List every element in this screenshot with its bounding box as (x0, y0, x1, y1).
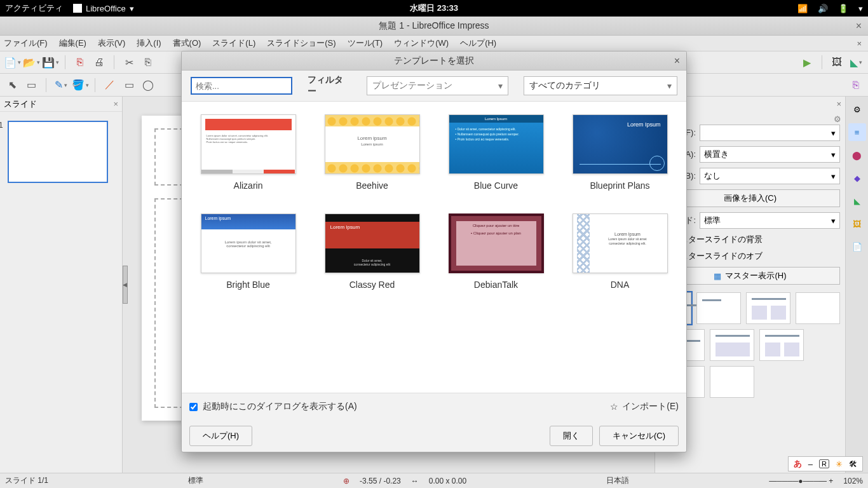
template-thumb: Lorem ipsumLorem ipsum (325, 114, 420, 174)
properties-tab-icon[interactable]: ≡ (848, 123, 866, 141)
im-hiragana-icon[interactable]: あ (794, 458, 802, 470)
layout-thumb[interactable] (759, 329, 804, 361)
template-item[interactable]: Lorem IpsumDolor sit amet,consectetur ad… (320, 214, 424, 290)
wifi-icon[interactable] (797, 4, 808, 13)
new-doc-icon[interactable]: 📄 (5, 55, 19, 69)
export-pdf-icon[interactable]: ⎘ (73, 55, 87, 69)
format-select[interactable]: ▾ (700, 125, 840, 141)
filter-label: フィルター (308, 74, 351, 97)
save-icon[interactable]: 💾 (43, 55, 57, 69)
template-item[interactable]: Lorem IpsumLorem ipsum dolor sit ametcon… (567, 214, 672, 290)
open-icon[interactable]: 📂 (24, 55, 38, 69)
master-view-button[interactable]: ▦マスター表示(H) (660, 267, 840, 285)
masterslide-select[interactable]: 標準▾ (700, 212, 840, 229)
ellipse-icon[interactable]: ◯ (141, 78, 155, 92)
menu-window[interactable]: ウィンドウ(W) (394, 37, 449, 49)
pointer-icon[interactable]: ⬉ (5, 78, 19, 92)
im-settings-icon[interactable]: ✳ (836, 459, 843, 469)
cut-icon[interactable]: ✂ (122, 55, 136, 69)
import-button[interactable]: ☆インポート(E) (610, 401, 679, 412)
template-item[interactable]: Lorem Ipsum• Dolor sit amet, consectetur… (444, 114, 548, 191)
volume-icon[interactable] (818, 4, 828, 13)
line-icon[interactable]: ／ (103, 78, 117, 92)
menu-view[interactable]: 表示(V) (98, 37, 125, 49)
template-item[interactable]: Lorem Ipsum Blueprint Plans (567, 114, 672, 191)
panel-menu-icon[interactable]: ⚙ (834, 114, 841, 124)
search-input[interactable] (191, 77, 292, 95)
menu-show[interactable]: スライドショー(S) (267, 37, 336, 49)
filter-type-select[interactable]: プレゼンテーション▾ (367, 76, 508, 95)
zoom-slider[interactable]: —────●───— + (769, 477, 833, 485)
presentation-icon[interactable]: ▶ (800, 55, 814, 69)
im-minimize-icon[interactable]: – (808, 459, 813, 469)
line-color-icon[interactable]: ✎ (54, 78, 68, 92)
filter-category-select[interactable]: すべてのカテゴリ▾ (524, 76, 677, 95)
panel-splitter[interactable] (123, 266, 128, 304)
shapes-icon[interactable]: ◣ (849, 55, 863, 69)
status-zoom[interactable]: 102% (843, 477, 863, 485)
insert-image-icon[interactable]: 🖼 (830, 55, 844, 69)
open-button[interactable]: 開く (550, 426, 593, 446)
menu-tools[interactable]: ツール(T) (348, 37, 383, 49)
power-menu-chevron[interactable]: ▾ (858, 4, 863, 13)
insert-image-button[interactable]: 画像を挿入(C) (660, 189, 840, 207)
slide-tab-icon[interactable]: 🖼 (848, 215, 866, 233)
gallery-tab-icon[interactable]: ◆ (848, 169, 866, 187)
app-menu[interactable]: LibreOffice ▾ (73, 4, 134, 13)
template-item[interactable]: Cliquez pour ajouter un titre• Cliquez p… (444, 214, 548, 290)
window-close-icon[interactable]: × (856, 20, 862, 32)
separator (95, 78, 95, 92)
dialog-options: 起動時にこのダイアログを表示する(A) ☆インポート(E) (182, 393, 686, 420)
close-icon[interactable]: × (113, 99, 118, 109)
im-tools-icon[interactable]: 🛠 (849, 459, 857, 469)
layout-thumb[interactable] (796, 292, 840, 324)
cancel-button[interactable]: キャンセル(C) (599, 426, 679, 446)
menu-file[interactable]: ファイル(F) (4, 37, 48, 49)
sidebar-settings-icon[interactable]: ⚙ (848, 100, 866, 118)
menu-format[interactable]: 書式(O) (173, 37, 201, 49)
document-close-icon[interactable]: × (857, 39, 862, 48)
master-tab-icon[interactable]: 📄 (848, 238, 866, 255)
help-button[interactable]: ヘルプ(H) (189, 426, 252, 446)
close-icon[interactable]: × (836, 99, 841, 109)
sidebar-tabs: ⚙ ≡ ⬤ ◆ ◣ 🖼 📄 (845, 97, 868, 473)
textbox-icon[interactable]: ▭ (24, 78, 38, 92)
navigator-tab-icon[interactable]: ◣ (848, 192, 866, 210)
show-on-start-checkbox[interactable]: 起動時にこのダイアログを表示する(A) (189, 401, 357, 412)
slide-thumb-1[interactable] (8, 121, 108, 183)
dialog-filters: フィルター プレゼンテーション▾ すべてのカテゴリ▾ (182, 71, 686, 101)
copy-icon[interactable]: ⎘ (141, 55, 155, 69)
template-dialog: テンプレートを選択 × フィルター プレゼンテーション▾ すべてのカテゴリ▾ L… (181, 51, 687, 452)
shapes-tab-icon[interactable]: ⬤ (848, 146, 866, 164)
template-list[interactable]: Lorem ipsum dolor sit amet, consectetur … (182, 101, 686, 393)
activities-button[interactable]: アクティビティ (5, 3, 63, 14)
template-thumb: Lorem ipsumLorem ipsum dolor sit amet,co… (201, 214, 296, 273)
layout-thumb[interactable] (710, 329, 754, 361)
separator (65, 55, 65, 69)
dialog-title: テンプレートを選択 (394, 55, 474, 67)
menu-edit[interactable]: 編集(E) (59, 37, 86, 49)
template-item[interactable]: Lorem ipsum dolor sit amet, consectetur … (196, 114, 301, 191)
orientation-select[interactable]: 横置き▾ (700, 146, 840, 163)
rect-icon[interactable]: ▭ (122, 78, 136, 92)
layout-thumb[interactable] (696, 292, 741, 324)
fill-color-icon[interactable]: 🪣 (73, 78, 87, 92)
status-coords: -3.55 / -0.23 (360, 477, 401, 485)
battery-icon[interactable] (838, 4, 848, 13)
menu-slide[interactable]: スライド(L) (212, 37, 255, 49)
insert-slide-icon[interactable]: ⎘ (849, 78, 863, 92)
im-romaji-icon[interactable]: R (819, 459, 829, 468)
clock[interactable]: 水曜日 23:33 (410, 3, 458, 14)
template-item[interactable]: Lorem ipsumLorem ipsum Beehive (320, 114, 424, 191)
layout-thumb[interactable] (746, 292, 790, 324)
layout-thumb[interactable] (710, 366, 754, 398)
print-icon[interactable]: 🖨 (92, 55, 106, 69)
background-select[interactable]: なし▾ (700, 168, 840, 184)
star-icon: ☆ (610, 402, 618, 412)
input-method-tray[interactable]: あ – R ✳ 🛠 (788, 456, 863, 471)
menu-insert[interactable]: 挿入(I) (137, 37, 161, 49)
status-lang[interactable]: 日本語 (606, 475, 629, 486)
template-item[interactable]: Lorem ipsumLorem ipsum dolor sit amet,co… (196, 214, 301, 290)
menu-help[interactable]: ヘルプ(H) (460, 37, 496, 49)
dialog-close-icon[interactable]: × (674, 55, 680, 67)
